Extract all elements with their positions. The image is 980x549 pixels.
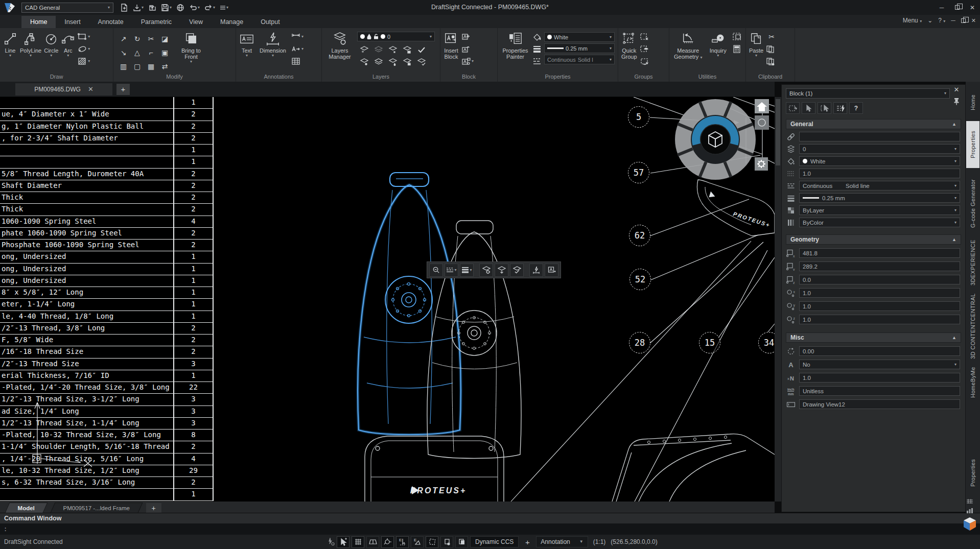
copy-with-refpoint-button[interactable] — [766, 56, 777, 66]
esnap-toggle[interactable] — [381, 536, 394, 548]
layer-tool-button[interactable] — [402, 57, 413, 67]
annotation-scale-button[interactable]: ▾ — [291, 44, 304, 54]
line-button[interactable]: Line▾ — [3, 31, 17, 58]
print-button[interactable] — [175, 2, 186, 13]
circle-button[interactable]: Circle▾ — [44, 31, 58, 58]
grid-toggle[interactable] — [352, 536, 364, 548]
insert-block-button[interactable]: InsertBlock — [444, 31, 459, 60]
ribbon-tab[interactable]: Annotate — [89, 16, 132, 28]
entity-selector[interactable]: Block (1) ▾ — [786, 88, 950, 99]
modify-tool-button[interactable]: ▣ — [159, 47, 171, 58]
make-block-button[interactable] — [545, 264, 558, 277]
quick-calculator-button[interactable] — [833, 102, 847, 114]
ribbon-tab[interactable]: Parametric — [132, 16, 180, 28]
lineweight-quick-button[interactable]: ▾ — [460, 264, 474, 277]
modify-tool-button[interactable]: ↻ — [132, 34, 143, 44]
properties-painter-button[interactable]: PropertiesPainter — [501, 31, 530, 60]
help-button[interactable]: ? ▾ — [938, 17, 945, 24]
grid-display-button[interactable] — [966, 498, 974, 505]
layer-tool-button[interactable] — [359, 57, 370, 67]
hatch-button[interactable]: ▾ — [78, 56, 90, 66]
callout-balloon[interactable]: 5 — [628, 106, 649, 128]
ribbon-tab[interactable]: Output — [252, 16, 289, 28]
polyline-button[interactable]: PolyLine▾ — [20, 31, 41, 58]
linestyle-tool-icon[interactable] — [532, 56, 542, 66]
layer-tool-button[interactable] — [387, 44, 399, 55]
edit-group-button[interactable] — [640, 44, 649, 54]
new-sheet-button[interactable]: + — [146, 503, 161, 513]
text-button[interactable]: Text▾ — [239, 31, 254, 58]
annotation-scale-selector[interactable]: Annotation▼ — [536, 536, 588, 547]
ribbon-tab[interactable]: Insert — [56, 16, 89, 28]
layer-tool-button[interactable] — [416, 44, 427, 55]
paste-button[interactable]: Paste▾ — [749, 31, 763, 58]
linestyle-field[interactable]: ContinuousSolid line▾ — [799, 181, 960, 190]
measure-geometry-button[interactable]: MeasureGeometry ▾ — [672, 31, 704, 60]
wheel-view-button[interactable] — [755, 115, 769, 130]
minimize-button[interactable]: ─ — [934, 0, 949, 15]
undo-button[interactable]: ▾ — [188, 2, 201, 13]
panel-pin-button[interactable] — [953, 98, 960, 105]
reference-field[interactable] — [799, 132, 960, 141]
lineweight-field[interactable]: 0.25 mm▾ — [799, 193, 960, 203]
name-field[interactable]: Drawing View12 — [799, 399, 960, 409]
redo-button[interactable]: ▾ — [203, 2, 217, 13]
snap-settings-icon[interactable] — [328, 538, 335, 546]
ribbon-tab[interactable]: Home — [21, 16, 56, 28]
palette-tab-3dexperience[interactable]: 3DEXPERIENCE — [966, 236, 979, 289]
ellipse-button[interactable]: ▾ — [78, 44, 90, 54]
panel-close-button[interactable]: ✕ — [954, 86, 960, 93]
color-selector[interactable]: White▾ — [544, 32, 615, 42]
canvas-scrollbar[interactable] — [775, 97, 781, 502]
layer-tool-button[interactable] — [402, 44, 413, 55]
copy-button[interactable] — [766, 44, 777, 54]
scale-z-field[interactable]: 1.0 — [799, 315, 960, 324]
table-button[interactable] — [291, 56, 304, 66]
layer-field[interactable]: 0▾ — [799, 144, 960, 154]
import-button[interactable] — [147, 2, 158, 13]
printstyle-field[interactable]: ByColor▾ — [799, 218, 960, 227]
layer-tool-button[interactable] — [387, 57, 399, 67]
section-general[interactable]: General▲ — [786, 119, 961, 129]
zoom-tool-button[interactable] — [429, 264, 443, 277]
layer-tool-button[interactable] — [373, 57, 384, 67]
sheet-tab-drawing[interactable]: PM009517 -...lded Frame — [51, 503, 143, 513]
modify-tool-button[interactable]: ↗ — [118, 34, 129, 44]
rectangle-button[interactable]: ▾ — [78, 32, 90, 42]
select-new-button[interactable] — [786, 102, 800, 114]
ribbon-tab[interactable]: Manage — [212, 16, 252, 28]
save-button[interactable]: ▾ — [159, 2, 173, 13]
arc-button[interactable]: Arc▾ — [61, 31, 75, 58]
quick-group-button[interactable]: QuickGroup — [621, 31, 637, 60]
print-area-toggle[interactable] — [455, 536, 468, 548]
ucs-icon-toggle[interactable] — [440, 536, 453, 548]
workspace-selector[interactable]: CAD General ▾ — [21, 3, 113, 13]
new-document-tab-button[interactable]: + — [116, 84, 130, 95]
entity-snap-toggle[interactable] — [337, 536, 349, 548]
block-cloud-button[interactable] — [461, 44, 474, 54]
modify-tool-button[interactable]: ⇄ — [159, 61, 171, 71]
layer-tool-button[interactable] — [373, 44, 384, 55]
document-tab[interactable]: PM009465.DWG ✕ — [15, 83, 112, 96]
callout-balloon[interactable]: 28 — [629, 332, 650, 353]
layers-manager-button[interactable]: LayersManager — [325, 31, 355, 60]
collapse-ribbon-icon[interactable]: ⌄ — [927, 17, 932, 24]
position-y-field[interactable]: 289.2 — [799, 261, 960, 271]
modify-tool-button[interactable]: △ — [132, 47, 143, 58]
callout-balloon[interactable]: 62 — [629, 225, 650, 246]
stats-button[interactable] — [966, 507, 974, 514]
new-file-button[interactable] — [119, 2, 130, 13]
modify-tool-button[interactable]: ▢ — [132, 61, 143, 71]
etrack-toggle[interactable]: E — [396, 536, 409, 548]
palette-tab-properties-bottom[interactable]: Properties — [966, 451, 979, 494]
cut-button[interactable]: ✂ — [766, 32, 777, 42]
minimize-doc-button[interactable]: ─ — [951, 17, 955, 24]
sheet-tab-model[interactable]: Model — [5, 503, 48, 513]
lineweight-tool-icon[interactable] — [532, 44, 542, 54]
polar-toggle[interactable]: E — [411, 536, 424, 548]
inquiry-button[interactable]: Inquiry▾ — [706, 31, 730, 58]
smart-dimension-button[interactable]: ▾ — [291, 32, 304, 42]
layer-selector[interactable]: 0 ▾ — [357, 32, 435, 41]
section-geometry[interactable]: Geometry▲ — [786, 234, 961, 245]
command-input[interactable]: : — [0, 523, 980, 535]
